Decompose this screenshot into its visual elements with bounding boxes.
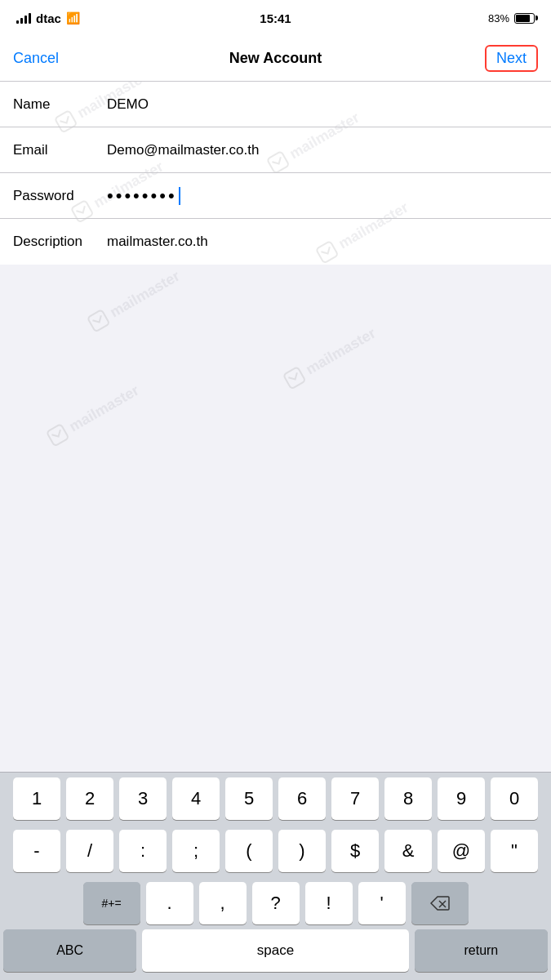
description-row[interactable]: Description mailmaster.co.th [0, 219, 551, 265]
status-time: 15:41 [260, 11, 291, 25]
status-right: 83% [488, 12, 535, 24]
status-left: dtac 📶 [16, 11, 80, 25]
key-return[interactable]: return [415, 929, 548, 972]
description-value: mailmaster.co.th [107, 234, 538, 250]
password-row[interactable]: Password •••••••• [0, 173, 551, 219]
cancel-button[interactable]: Cancel [13, 50, 59, 67]
password-value: •••••••• [107, 185, 538, 207]
key-8[interactable]: 8 [384, 777, 432, 820]
key-exclaim[interactable]: ! [305, 882, 353, 924]
battery-icon [514, 13, 535, 24]
key-at[interactable]: @ [438, 830, 485, 872]
key-colon[interactable]: : [119, 830, 167, 872]
email-row[interactable]: Email Demo@mailmaster.co.th [0, 127, 551, 173]
keyboard-number-row: 1 2 3 4 5 6 7 8 9 0 [0, 773, 551, 825]
page-title: New Account [229, 50, 322, 67]
keyboard-special-row: #+= . , ? ! ' [0, 877, 551, 929]
key-3[interactable]: 3 [119, 777, 167, 820]
delete-key[interactable] [411, 882, 469, 924]
form-section: mailmaster mailmaster mailmaster mailmas… [0, 82, 551, 265]
key-6[interactable]: 6 [278, 777, 326, 820]
svg-rect-6 [47, 424, 69, 446]
key-dash[interactable]: - [13, 830, 60, 872]
empty-area: mailmaster mailmaster mailmaster [0, 265, 551, 469]
keyboard: 1 2 3 4 5 6 7 8 9 0 - / : ; ( ) $ & @ " … [0, 772, 551, 980]
key-ampersand[interactable]: & [384, 830, 432, 872]
signal-icon [16, 12, 31, 24]
name-row[interactable]: Name DEMO [0, 82, 551, 127]
key-semicolon[interactable]: ; [172, 830, 220, 872]
key-abc[interactable]: ABC [3, 929, 136, 972]
email-value: Demo@mailmaster.co.th [107, 142, 538, 158]
keyboard-bottom-row: ABC space return [0, 929, 551, 980]
key-space[interactable]: space [142, 929, 409, 972]
empty-watermark: mailmaster mailmaster mailmaster [0, 265, 551, 469]
wifi-icon: 📶 [66, 11, 80, 24]
next-button[interactable]: Next [485, 45, 538, 72]
svg-rect-5 [283, 367, 305, 389]
key-1[interactable]: 1 [13, 777, 60, 820]
name-value: DEMO [107, 96, 538, 113]
key-7[interactable]: 7 [331, 777, 379, 820]
key-quote[interactable]: " [491, 830, 538, 872]
name-label: Name [13, 96, 107, 113]
text-cursor [179, 187, 180, 205]
key-5[interactable]: 5 [225, 777, 273, 820]
key-apostrophe[interactable]: ' [358, 882, 406, 924]
key-0[interactable]: 0 [491, 777, 538, 820]
key-9[interactable]: 9 [438, 777, 485, 820]
battery-percent: 83% [488, 12, 509, 24]
key-4[interactable]: 4 [172, 777, 220, 820]
key-close-paren[interactable]: ) [278, 830, 326, 872]
carrier-label: dtac [36, 11, 61, 25]
status-bar: dtac 📶 15:41 83% [0, 0, 551, 36]
key-hash[interactable]: #+= [83, 882, 140, 924]
password-label: Password [13, 188, 107, 204]
navigation-bar: Cancel New Account Next [0, 36, 551, 82]
key-question[interactable]: ? [252, 882, 300, 924]
key-period[interactable]: . [146, 882, 193, 924]
email-label: Email [13, 142, 107, 158]
keyboard-symbol-row: - / : ; ( ) $ & @ " [0, 825, 551, 877]
description-label: Description [13, 234, 107, 250]
key-dollar[interactable]: $ [331, 830, 379, 872]
key-open-paren[interactable]: ( [225, 830, 273, 872]
key-slash[interactable]: / [66, 830, 113, 872]
key-2[interactable]: 2 [66, 777, 113, 820]
svg-rect-4 [87, 310, 109, 332]
key-comma[interactable]: , [199, 882, 247, 924]
